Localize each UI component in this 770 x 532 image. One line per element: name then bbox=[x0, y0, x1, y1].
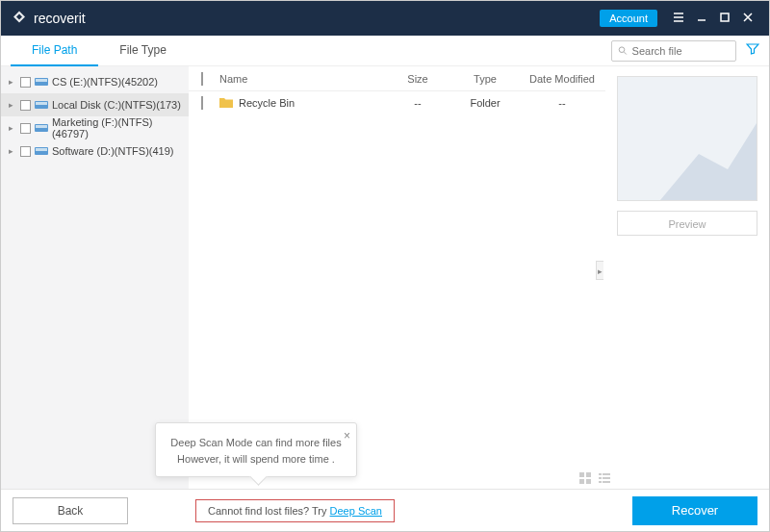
list-view-icon[interactable] bbox=[598, 471, 611, 485]
disk-icon bbox=[35, 100, 48, 110]
svg-rect-12 bbox=[579, 479, 584, 484]
deep-scan-text: Cannot find lost files? Try bbox=[208, 505, 330, 517]
chevron-right-icon[interactable]: ▸ bbox=[9, 146, 16, 156]
file-date: -- bbox=[519, 97, 605, 109]
logo-icon bbox=[11, 10, 28, 27]
file-type: Folder bbox=[451, 97, 519, 109]
maximize-icon[interactable] bbox=[713, 12, 736, 26]
deep-scan-prompt: Cannot find lost files? Try Deep Scan bbox=[195, 499, 395, 522]
recover-button[interactable]: Recover bbox=[632, 496, 757, 525]
checkbox[interactable] bbox=[20, 146, 31, 157]
chevron-right-icon[interactable]: ▸ bbox=[9, 77, 16, 87]
disk-icon bbox=[35, 123, 48, 133]
search-box[interactable] bbox=[611, 40, 736, 62]
svg-point-1 bbox=[619, 47, 625, 53]
checkbox[interactable] bbox=[20, 123, 31, 134]
tooltip-line1: Deep Scan Mode can find more files bbox=[169, 435, 343, 451]
tooltip-close-icon[interactable]: × bbox=[344, 427, 350, 444]
svg-rect-17 bbox=[603, 477, 610, 479]
menu-icon[interactable] bbox=[667, 12, 690, 26]
file-size: -- bbox=[384, 97, 451, 109]
footer: Back Cannot find lost files? Try Deep Sc… bbox=[1, 489, 769, 531]
account-button[interactable]: Account bbox=[600, 10, 657, 27]
deep-scan-tooltip: × Deep Scan Mode can find more files How… bbox=[155, 422, 357, 477]
svg-rect-13 bbox=[586, 479, 591, 484]
minimize-icon[interactable] bbox=[690, 12, 713, 26]
close-icon[interactable] bbox=[736, 12, 759, 26]
toolbar: File Path File Type bbox=[1, 36, 769, 66]
checkbox[interactable] bbox=[20, 77, 31, 88]
svg-rect-19 bbox=[603, 481, 610, 483]
svg-rect-9 bbox=[36, 148, 47, 151]
col-date[interactable]: Date Modified bbox=[519, 73, 605, 85]
tooltip-line2: However, it will spend more time . bbox=[169, 451, 343, 468]
row-checkbox[interactable] bbox=[201, 96, 203, 110]
disk-icon bbox=[35, 77, 48, 87]
tree-label: Marketing (F:)(NTFS)(46797) bbox=[52, 116, 189, 139]
preview-thumbnail bbox=[617, 76, 757, 201]
tree-item-cs[interactable]: ▸ CS (E:)(NTFS)(45202) bbox=[1, 70, 189, 93]
disk-icon bbox=[35, 146, 48, 156]
tree-label: CS (E:)(NTFS)(45202) bbox=[52, 76, 158, 88]
back-button[interactable]: Back bbox=[13, 497, 128, 524]
folder-icon bbox=[219, 97, 233, 109]
svg-rect-14 bbox=[599, 473, 602, 475]
deep-scan-link[interactable]: Deep Scan bbox=[330, 505, 382, 517]
tree-item-local-disk[interactable]: ▸ Local Disk (C:)(NTFS)(173) bbox=[1, 93, 189, 116]
view-mode-toggle bbox=[578, 471, 611, 485]
preview-pane: Preview bbox=[605, 66, 769, 490]
col-type[interactable]: Type bbox=[451, 73, 519, 85]
checkbox[interactable] bbox=[20, 100, 31, 111]
select-all-checkbox[interactable] bbox=[201, 72, 203, 86]
filter-icon[interactable] bbox=[746, 42, 759, 59]
chevron-right-icon[interactable]: ▸ bbox=[9, 100, 16, 110]
svg-rect-7 bbox=[36, 125, 47, 128]
tree-item-software[interactable]: ▸ Software (D:)(NTFS)(419) bbox=[1, 139, 189, 163]
column-headers: Name Size Type Date Modified bbox=[189, 66, 605, 91]
search-icon bbox=[618, 45, 628, 56]
app-logo: recoverit bbox=[11, 10, 86, 27]
view-tabs: File Path File Type bbox=[11, 36, 188, 66]
tab-file-path[interactable]: File Path bbox=[11, 36, 98, 66]
chevron-right-icon[interactable]: ▸ bbox=[9, 123, 16, 133]
svg-rect-10 bbox=[579, 472, 584, 477]
svg-rect-16 bbox=[599, 477, 602, 479]
tree-item-marketing[interactable]: ▸ Marketing (F:)(NTFS)(46797) bbox=[1, 116, 189, 139]
tab-file-type[interactable]: File Type bbox=[98, 36, 187, 66]
preview-button[interactable]: Preview bbox=[617, 211, 757, 236]
svg-rect-5 bbox=[36, 102, 47, 105]
col-name[interactable]: Name bbox=[216, 73, 384, 85]
title-bar: recoverit Account bbox=[1, 1, 769, 36]
svg-rect-0 bbox=[721, 13, 729, 21]
col-size[interactable]: Size bbox=[384, 73, 451, 85]
file-row[interactable]: Recycle Bin -- Folder -- bbox=[189, 91, 605, 114]
svg-rect-15 bbox=[603, 473, 610, 475]
logo-text-main: recover bbox=[34, 11, 79, 26]
search-input[interactable] bbox=[632, 45, 730, 57]
svg-rect-3 bbox=[36, 79, 47, 82]
logo-text-suffix: it bbox=[79, 11, 86, 26]
preview-collapse-handle[interactable]: ▸ bbox=[596, 261, 603, 280]
svg-rect-18 bbox=[599, 481, 602, 483]
svg-rect-11 bbox=[586, 472, 591, 477]
file-name: Recycle Bin bbox=[239, 97, 295, 109]
tree-label: Local Disk (C:)(NTFS)(173) bbox=[52, 99, 181, 111]
tree-label: Software (D:)(NTFS)(419) bbox=[52, 145, 174, 157]
grid-view-icon[interactable] bbox=[578, 471, 592, 485]
